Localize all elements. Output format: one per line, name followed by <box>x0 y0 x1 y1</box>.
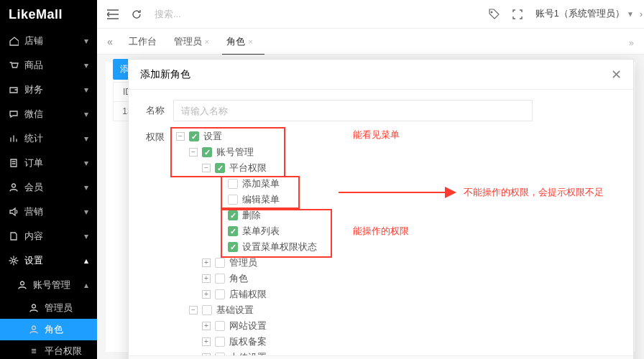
chevron-icon: ▾ <box>84 85 88 95</box>
stats-icon <box>9 134 19 144</box>
annot-text-op: 能操作的权限 <box>353 225 409 238</box>
tree-checkbox[interactable] <box>228 179 238 189</box>
order-icon <box>9 158 19 168</box>
name-field[interactable] <box>173 100 533 121</box>
tree-checkbox[interactable] <box>202 305 212 315</box>
tree-checkbox[interactable] <box>215 163 225 173</box>
sidebar-item-stats[interactable]: 统计▾ <box>0 126 97 151</box>
sidebar: LikeMall 店铺▾商品▾财务▾微信▾统计▾订单▾会员▾营销▾内容▾设置▴账… <box>0 0 97 359</box>
tree-toggle-icon[interactable]: − <box>176 132 185 141</box>
tree-node-shop-perm: +店铺权限 <box>176 286 317 302</box>
sidebar-item-chat[interactable]: 微信▾ <box>0 102 97 126</box>
tabs-scroll-left-icon[interactable]: « <box>107 36 113 47</box>
tree-checkbox[interactable] <box>215 274 225 284</box>
sidebar-item-user[interactable]: 会员▾ <box>0 175 97 200</box>
annot-arrow-line <box>339 192 446 193</box>
tag-icon[interactable] <box>489 9 500 19</box>
tree-toggle-icon[interactable]: + <box>202 290 211 299</box>
chevron-icon: ▾ <box>84 36 88 46</box>
home-icon <box>9 36 19 46</box>
tree-toggle-icon[interactable]: − <box>189 148 198 157</box>
tree-toggle-icon[interactable]: + <box>202 258 211 267</box>
sidebar-item-label: 营销 <box>24 205 43 218</box>
tree-toggle-icon[interactable]: − <box>189 306 198 314</box>
tree-checkbox[interactable] <box>189 131 199 141</box>
tree-checkbox[interactable] <box>228 242 238 252</box>
sidebar-sub-platform-perm[interactable]: ≡平台权限 <box>0 340 97 359</box>
tab-close-icon[interactable]: × <box>205 37 209 46</box>
collapse-icon[interactable] <box>107 9 119 19</box>
sidebar-sub-admin[interactable]: 管理员 <box>0 297 97 319</box>
tree-node-account-mgmt: −账号管理 <box>176 144 317 160</box>
modal-header: 添加新角色 ✕ <box>129 60 633 90</box>
tree-node-platform-perm: −平台权限 <box>176 160 317 176</box>
perm-label: 权限 <box>129 129 173 144</box>
tree-checkbox[interactable] <box>228 210 238 220</box>
chevron-icon: ▾ <box>84 231 88 241</box>
sidebar-item-gear[interactable]: 设置▴ <box>0 248 97 273</box>
tree-checkbox[interactable] <box>215 337 225 347</box>
cart-icon <box>9 60 19 70</box>
tree-checkbox[interactable] <box>215 258 225 268</box>
tree-toggle-icon[interactable]: + <box>202 274 211 283</box>
search-placeholder[interactable]: 搜索... <box>155 8 181 21</box>
annot-text-visible: 能看见菜单 <box>353 129 400 141</box>
tree-checkbox[interactable] <box>215 289 225 299</box>
sidebar-item-label: 账号管理 <box>33 279 70 292</box>
tree-checkbox[interactable] <box>228 195 238 205</box>
user-icon <box>29 303 39 313</box>
tree-node-settings: −设置 <box>176 129 317 144</box>
sidebar-item-cart[interactable]: 商品▾ <box>0 53 97 78</box>
tree-checkbox[interactable] <box>202 147 212 157</box>
tree-node-set-menu-perm: 设置菜单权限状态 <box>176 239 317 255</box>
tree-node-label: 网站设置 <box>229 320 267 332</box>
sidebar-sub-role[interactable]: 角色 <box>0 319 97 340</box>
tree-toggle-icon[interactable]: + <box>202 322 211 330</box>
sidebar-item-label: 设置 <box>24 254 43 267</box>
tabs-overflow-icon[interactable]: » <box>629 37 634 48</box>
tree-node-label: 账号管理 <box>216 146 254 159</box>
tree-node-basic: −基础设置 <box>176 302 317 318</box>
tree-checkbox[interactable] <box>215 321 225 331</box>
tree-checkbox[interactable] <box>228 226 238 236</box>
close-icon[interactable]: ✕ <box>611 67 622 83</box>
perm-tree: −设置−账号管理−平台权限添加菜单编辑菜单删除菜单列表设置菜单权限状态+管理员+… <box>176 129 317 355</box>
tree-node-label: 角色 <box>229 272 248 285</box>
topbar-overflow-icon[interactable]: › <box>640 9 643 19</box>
modal-body: 名称 权限 −设置−账号管理−平台权限添加菜单编辑菜单删除菜单列表设置菜单权限状… <box>129 90 633 355</box>
sidebar-item-order[interactable]: 订单▾ <box>0 151 97 175</box>
gear-icon <box>9 256 19 266</box>
user-icon <box>17 280 27 290</box>
sidebar-item-label: 订单 <box>24 157 43 169</box>
tree-node-admin: +管理员 <box>176 255 317 271</box>
brand-logo: LikeMall <box>0 0 97 29</box>
sidebar-item-speaker[interactable]: 营销▾ <box>0 200 97 224</box>
refresh-icon[interactable] <box>132 9 142 19</box>
tab-close-icon[interactable]: × <box>248 37 252 46</box>
user-icon <box>9 182 19 192</box>
chevron-icon: ▴ <box>84 280 88 290</box>
fullscreen-icon[interactable] <box>512 9 523 19</box>
tab-role[interactable]: 角色× <box>225 35 254 48</box>
tree-node-upload: +上传设置 <box>176 350 317 355</box>
chevron-icon: ▾ <box>84 182 88 192</box>
current-user[interactable]: 账号1（系统管理员） ▼ <box>535 8 634 20</box>
tree-node-label: 平台权限 <box>229 162 267 174</box>
tabs-row: « 工作台 管理员× 角色× <box>97 29 644 55</box>
tree-toggle-icon[interactable]: − <box>202 164 211 172</box>
tab-workbench[interactable]: 工作台 <box>127 35 158 48</box>
tree-node-label: 设置 <box>203 130 222 143</box>
tree-node-add-menu: 添加菜单 <box>176 176 317 192</box>
sidebar-item-wallet[interactable]: 财务▾ <box>0 78 97 102</box>
tree-toggle-icon[interactable]: + <box>202 337 211 346</box>
tab-admin[interactable]: 管理员× <box>172 35 211 48</box>
tree-node-menu-list: 菜单列表 <box>176 223 317 239</box>
modal-footer: 确定 取消 <box>129 355 633 359</box>
sidebar-item-doc[interactable]: 内容▾ <box>0 224 97 248</box>
tree-node-role: +角色 <box>176 271 317 286</box>
wallet-icon <box>9 85 19 95</box>
sidebar-item-account-mgmt[interactable]: 账号管理▴ <box>0 273 97 297</box>
sidebar-item-home[interactable]: 店铺▾ <box>0 29 97 53</box>
tree-node-label: 编辑菜单 <box>242 193 280 206</box>
sidebar-item-label: 商品 <box>24 59 43 72</box>
